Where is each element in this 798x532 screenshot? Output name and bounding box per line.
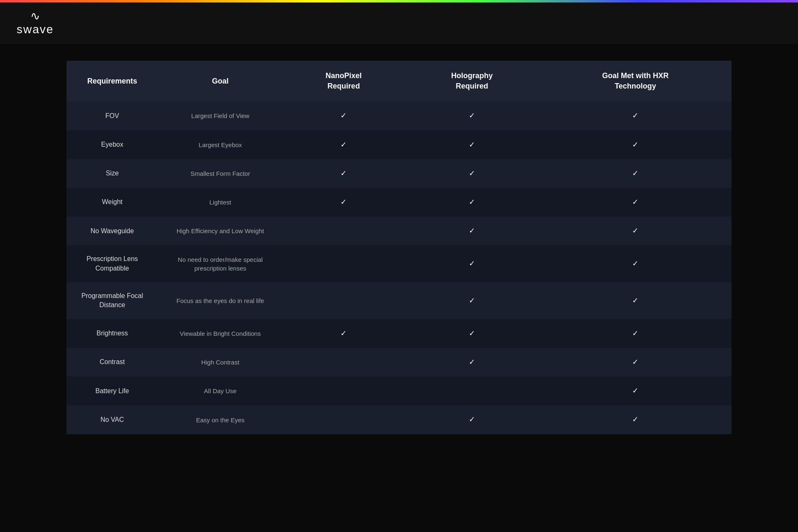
cell-requirement: FOV — [66, 101, 158, 130]
header-requirements: Requirements — [66, 61, 158, 101]
cell-goal: Largest Field of View — [158, 101, 283, 130]
cell-requirement: Contrast — [66, 348, 158, 377]
cell-requirement: No VAC — [66, 405, 158, 434]
header-nanopixel: NanoPixelRequired — [283, 61, 405, 101]
checkmark-icon: ✓ — [469, 358, 475, 366]
cell-nanopixel — [283, 282, 405, 319]
checkmark-icon: ✓ — [632, 140, 638, 149]
checkmark-icon: ✓ — [469, 259, 475, 268]
cell-requirement: Prescription Lens Compatible — [66, 245, 158, 282]
checkmark-icon: ✓ — [469, 296, 475, 305]
checkmark-icon: ✓ — [469, 198, 475, 206]
cell-goal: Lightest — [158, 188, 283, 217]
header-hxr: Goal Met with HXRTechnology — [539, 61, 732, 101]
checkmark-icon: ✓ — [632, 358, 638, 366]
checkmark-icon: ✓ — [469, 415, 475, 424]
cell-holography — [405, 377, 539, 405]
cell-requirement: Size — [66, 159, 158, 188]
cell-nanopixel: ✓ — [283, 101, 405, 130]
cell-nanopixel — [283, 217, 405, 245]
logo: ∿ swave — [17, 10, 54, 36]
table-row: SizeSmallest Form Factor✓✓✓ — [66, 159, 732, 188]
cell-goal: Viewable in Bright Conditions — [158, 319, 283, 348]
cell-nanopixel: ✓ — [283, 131, 405, 159]
checkmark-icon: ✓ — [632, 329, 638, 337]
cell-hxr: ✓ — [539, 188, 732, 217]
comparison-table: Requirements Goal NanoPixelRequired Holo… — [66, 61, 732, 434]
cell-hxr: ✓ — [539, 377, 732, 405]
cell-nanopixel — [283, 405, 405, 434]
logo-wave-icon: ∿ — [30, 10, 40, 22]
cell-requirement: Eyebox — [66, 131, 158, 159]
cell-hxr: ✓ — [539, 282, 732, 319]
checkmark-icon: ✓ — [632, 296, 638, 305]
checkmark-icon: ✓ — [632, 111, 638, 120]
table-row: FOVLargest Field of View✓✓✓ — [66, 101, 732, 130]
cell-hxr: ✓ — [539, 405, 732, 434]
table-row: No VACEasy on the Eyes✓✓ — [66, 405, 732, 434]
cell-requirement: Weight — [66, 188, 158, 217]
cell-goal: High Efficiency and Low Weight — [158, 217, 283, 245]
cell-hxr: ✓ — [539, 101, 732, 130]
cell-hxr: ✓ — [539, 217, 732, 245]
checkmark-icon: ✓ — [340, 111, 347, 120]
cell-hxr: ✓ — [539, 348, 732, 377]
logo-text: swave — [17, 23, 54, 36]
cell-holography: ✓ — [405, 217, 539, 245]
cell-holography: ✓ — [405, 405, 539, 434]
checkmark-icon: ✓ — [469, 227, 475, 235]
checkmark-icon: ✓ — [632, 259, 638, 268]
checkmark-icon: ✓ — [340, 329, 347, 337]
cell-holography: ✓ — [405, 319, 539, 348]
cell-nanopixel — [283, 348, 405, 377]
cell-requirement: Battery Life — [66, 377, 158, 405]
checkmark-icon: ✓ — [632, 387, 638, 395]
table-row: WeightLightest✓✓✓ — [66, 188, 732, 217]
table-row: Prescription Lens CompatibleNo need to o… — [66, 245, 732, 282]
table-row: No WaveguideHigh Efficiency and Low Weig… — [66, 217, 732, 245]
header: ∿ swave — [0, 2, 798, 44]
cell-goal: No need to order/make special prescripti… — [158, 245, 283, 282]
cell-goal: Largest Eyebox — [158, 131, 283, 159]
table-row: ContrastHigh Contrast✓✓ — [66, 348, 732, 377]
cell-hxr: ✓ — [539, 131, 732, 159]
table-header-row: Requirements Goal NanoPixelRequired Holo… — [66, 61, 732, 101]
cell-holography: ✓ — [405, 282, 539, 319]
cell-holography: ✓ — [405, 245, 539, 282]
header-goal: Goal — [158, 61, 283, 101]
cell-holography: ✓ — [405, 188, 539, 217]
cell-holography: ✓ — [405, 101, 539, 130]
checkmark-icon: ✓ — [469, 329, 475, 337]
cell-hxr: ✓ — [539, 159, 732, 188]
cell-nanopixel — [283, 377, 405, 405]
checkmark-icon: ✓ — [340, 198, 347, 206]
checkmark-icon: ✓ — [340, 169, 347, 177]
cell-nanopixel — [283, 245, 405, 282]
checkmark-icon: ✓ — [632, 415, 638, 424]
checkmark-icon: ✓ — [632, 198, 638, 206]
cell-requirement: Brightness — [66, 319, 158, 348]
checkmark-icon: ✓ — [469, 140, 475, 149]
cell-nanopixel: ✓ — [283, 188, 405, 217]
checkmark-icon: ✓ — [469, 169, 475, 177]
table-row: BrightnessViewable in Bright Conditions✓… — [66, 319, 732, 348]
table-row: Battery LifeAll Day Use✓ — [66, 377, 732, 405]
cell-goal: Focus as the eyes do in real life — [158, 282, 283, 319]
table-row: EyeboxLargest Eyebox✓✓✓ — [66, 131, 732, 159]
checkmark-icon: ✓ — [340, 140, 347, 149]
cell-hxr: ✓ — [539, 319, 732, 348]
cell-requirement: Programmable Focal Distance — [66, 282, 158, 319]
cell-hxr: ✓ — [539, 245, 732, 282]
cell-goal: All Day Use — [158, 377, 283, 405]
main-content: Requirements Goal NanoPixelRequired Holo… — [0, 44, 798, 451]
cell-holography: ✓ — [405, 131, 539, 159]
header-holography: HolographyRequired — [405, 61, 539, 101]
cell-requirement: No Waveguide — [66, 217, 158, 245]
table-row: Programmable Focal DistanceFocus as the … — [66, 282, 732, 319]
checkmark-icon: ✓ — [469, 111, 475, 120]
cell-goal: Smallest Form Factor — [158, 159, 283, 188]
cell-nanopixel: ✓ — [283, 159, 405, 188]
cell-goal: High Contrast — [158, 348, 283, 377]
checkmark-icon: ✓ — [632, 169, 638, 177]
checkmark-icon: ✓ — [632, 227, 638, 235]
